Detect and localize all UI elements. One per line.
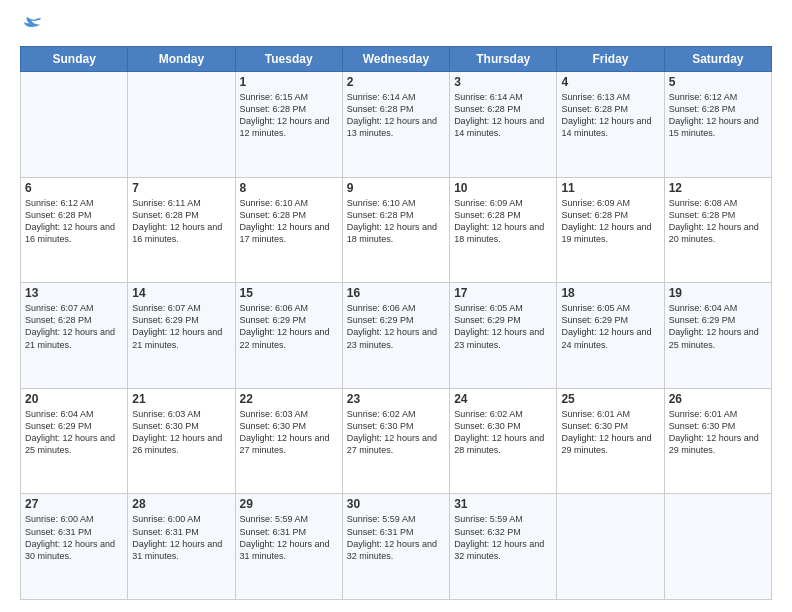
calendar-day-cell: 25Sunrise: 6:01 AM Sunset: 6:30 PM Dayli… — [557, 388, 664, 494]
day-info: Sunrise: 6:07 AM Sunset: 6:29 PM Dayligh… — [132, 302, 230, 351]
calendar-day-cell: 14Sunrise: 6:07 AM Sunset: 6:29 PM Dayli… — [128, 283, 235, 389]
day-info: Sunrise: 6:14 AM Sunset: 6:28 PM Dayligh… — [454, 91, 552, 140]
day-info: Sunrise: 6:06 AM Sunset: 6:29 PM Dayligh… — [240, 302, 338, 351]
day-number: 5 — [669, 75, 767, 89]
day-info: Sunrise: 6:01 AM Sunset: 6:30 PM Dayligh… — [561, 408, 659, 457]
day-number: 28 — [132, 497, 230, 511]
day-info: Sunrise: 5:59 AM Sunset: 6:31 PM Dayligh… — [240, 513, 338, 562]
day-number: 17 — [454, 286, 552, 300]
day-info: Sunrise: 6:09 AM Sunset: 6:28 PM Dayligh… — [561, 197, 659, 246]
calendar-day-cell: 23Sunrise: 6:02 AM Sunset: 6:30 PM Dayli… — [342, 388, 449, 494]
calendar-day-cell: 6Sunrise: 6:12 AM Sunset: 6:28 PM Daylig… — [21, 177, 128, 283]
day-info: Sunrise: 6:09 AM Sunset: 6:28 PM Dayligh… — [454, 197, 552, 246]
calendar-day-cell: 1Sunrise: 6:15 AM Sunset: 6:28 PM Daylig… — [235, 72, 342, 178]
calendar-day-cell: 27Sunrise: 6:00 AM Sunset: 6:31 PM Dayli… — [21, 494, 128, 600]
day-number: 26 — [669, 392, 767, 406]
calendar-day-cell: 16Sunrise: 6:06 AM Sunset: 6:29 PM Dayli… — [342, 283, 449, 389]
day-info: Sunrise: 6:00 AM Sunset: 6:31 PM Dayligh… — [132, 513, 230, 562]
calendar-day-cell: 29Sunrise: 5:59 AM Sunset: 6:31 PM Dayli… — [235, 494, 342, 600]
day-info: Sunrise: 6:04 AM Sunset: 6:29 PM Dayligh… — [25, 408, 123, 457]
day-number: 16 — [347, 286, 445, 300]
day-number: 14 — [132, 286, 230, 300]
calendar-day-header: Tuesday — [235, 47, 342, 72]
day-number: 27 — [25, 497, 123, 511]
calendar-day-cell: 21Sunrise: 6:03 AM Sunset: 6:30 PM Dayli… — [128, 388, 235, 494]
calendar-day-cell: 31Sunrise: 5:59 AM Sunset: 6:32 PM Dayli… — [450, 494, 557, 600]
calendar-day-cell: 12Sunrise: 6:08 AM Sunset: 6:28 PM Dayli… — [664, 177, 771, 283]
logo — [20, 16, 44, 38]
calendar-day-cell — [21, 72, 128, 178]
calendar-day-cell: 4Sunrise: 6:13 AM Sunset: 6:28 PM Daylig… — [557, 72, 664, 178]
day-number: 18 — [561, 286, 659, 300]
page: SundayMondayTuesdayWednesdayThursdayFrid… — [0, 0, 792, 612]
day-info: Sunrise: 6:10 AM Sunset: 6:28 PM Dayligh… — [240, 197, 338, 246]
calendar-day-cell: 26Sunrise: 6:01 AM Sunset: 6:30 PM Dayli… — [664, 388, 771, 494]
calendar-week-row: 13Sunrise: 6:07 AM Sunset: 6:28 PM Dayli… — [21, 283, 772, 389]
day-number: 23 — [347, 392, 445, 406]
day-info: Sunrise: 6:15 AM Sunset: 6:28 PM Dayligh… — [240, 91, 338, 140]
day-info: Sunrise: 6:08 AM Sunset: 6:28 PM Dayligh… — [669, 197, 767, 246]
calendar-day-cell: 22Sunrise: 6:03 AM Sunset: 6:30 PM Dayli… — [235, 388, 342, 494]
calendar-day-cell: 11Sunrise: 6:09 AM Sunset: 6:28 PM Dayli… — [557, 177, 664, 283]
calendar-day-cell — [557, 494, 664, 600]
day-number: 20 — [25, 392, 123, 406]
day-info: Sunrise: 5:59 AM Sunset: 6:31 PM Dayligh… — [347, 513, 445, 562]
calendar-day-header: Sunday — [21, 47, 128, 72]
day-number: 24 — [454, 392, 552, 406]
logo-bird-icon — [22, 16, 44, 38]
day-info: Sunrise: 6:05 AM Sunset: 6:29 PM Dayligh… — [561, 302, 659, 351]
calendar-week-row: 1Sunrise: 6:15 AM Sunset: 6:28 PM Daylig… — [21, 72, 772, 178]
day-info: Sunrise: 5:59 AM Sunset: 6:32 PM Dayligh… — [454, 513, 552, 562]
day-number: 4 — [561, 75, 659, 89]
day-number: 31 — [454, 497, 552, 511]
day-number: 12 — [669, 181, 767, 195]
day-info: Sunrise: 6:03 AM Sunset: 6:30 PM Dayligh… — [240, 408, 338, 457]
day-number: 29 — [240, 497, 338, 511]
day-info: Sunrise: 6:02 AM Sunset: 6:30 PM Dayligh… — [347, 408, 445, 457]
calendar-day-cell: 13Sunrise: 6:07 AM Sunset: 6:28 PM Dayli… — [21, 283, 128, 389]
day-info: Sunrise: 6:06 AM Sunset: 6:29 PM Dayligh… — [347, 302, 445, 351]
day-number: 2 — [347, 75, 445, 89]
calendar-day-cell: 9Sunrise: 6:10 AM Sunset: 6:28 PM Daylig… — [342, 177, 449, 283]
calendar-day-cell: 8Sunrise: 6:10 AM Sunset: 6:28 PM Daylig… — [235, 177, 342, 283]
calendar-week-row: 20Sunrise: 6:04 AM Sunset: 6:29 PM Dayli… — [21, 388, 772, 494]
day-number: 1 — [240, 75, 338, 89]
calendar-day-cell: 10Sunrise: 6:09 AM Sunset: 6:28 PM Dayli… — [450, 177, 557, 283]
day-number: 22 — [240, 392, 338, 406]
day-number: 10 — [454, 181, 552, 195]
day-info: Sunrise: 6:04 AM Sunset: 6:29 PM Dayligh… — [669, 302, 767, 351]
day-number: 19 — [669, 286, 767, 300]
calendar-day-header: Saturday — [664, 47, 771, 72]
calendar-day-cell: 18Sunrise: 6:05 AM Sunset: 6:29 PM Dayli… — [557, 283, 664, 389]
calendar-header-row: SundayMondayTuesdayWednesdayThursdayFrid… — [21, 47, 772, 72]
day-number: 21 — [132, 392, 230, 406]
day-number: 11 — [561, 181, 659, 195]
calendar-table: SundayMondayTuesdayWednesdayThursdayFrid… — [20, 46, 772, 600]
calendar-day-cell: 2Sunrise: 6:14 AM Sunset: 6:28 PM Daylig… — [342, 72, 449, 178]
day-number: 3 — [454, 75, 552, 89]
calendar-day-header: Wednesday — [342, 47, 449, 72]
day-number: 8 — [240, 181, 338, 195]
calendar-day-cell — [664, 494, 771, 600]
day-number: 7 — [132, 181, 230, 195]
day-info: Sunrise: 6:11 AM Sunset: 6:28 PM Dayligh… — [132, 197, 230, 246]
calendar-day-cell: 3Sunrise: 6:14 AM Sunset: 6:28 PM Daylig… — [450, 72, 557, 178]
calendar-day-cell: 19Sunrise: 6:04 AM Sunset: 6:29 PM Dayli… — [664, 283, 771, 389]
day-info: Sunrise: 6:12 AM Sunset: 6:28 PM Dayligh… — [669, 91, 767, 140]
day-info: Sunrise: 6:00 AM Sunset: 6:31 PM Dayligh… — [25, 513, 123, 562]
calendar-day-cell: 30Sunrise: 5:59 AM Sunset: 6:31 PM Dayli… — [342, 494, 449, 600]
day-number: 6 — [25, 181, 123, 195]
calendar-week-row: 27Sunrise: 6:00 AM Sunset: 6:31 PM Dayli… — [21, 494, 772, 600]
day-info: Sunrise: 6:02 AM Sunset: 6:30 PM Dayligh… — [454, 408, 552, 457]
day-number: 9 — [347, 181, 445, 195]
calendar-day-cell: 17Sunrise: 6:05 AM Sunset: 6:29 PM Dayli… — [450, 283, 557, 389]
day-info: Sunrise: 6:10 AM Sunset: 6:28 PM Dayligh… — [347, 197, 445, 246]
day-info: Sunrise: 6:14 AM Sunset: 6:28 PM Dayligh… — [347, 91, 445, 140]
day-number: 15 — [240, 286, 338, 300]
calendar-day-cell — [128, 72, 235, 178]
calendar-day-header: Monday — [128, 47, 235, 72]
day-info: Sunrise: 6:05 AM Sunset: 6:29 PM Dayligh… — [454, 302, 552, 351]
calendar-day-cell: 5Sunrise: 6:12 AM Sunset: 6:28 PM Daylig… — [664, 72, 771, 178]
calendar-day-cell: 15Sunrise: 6:06 AM Sunset: 6:29 PM Dayli… — [235, 283, 342, 389]
calendar-day-header: Thursday — [450, 47, 557, 72]
